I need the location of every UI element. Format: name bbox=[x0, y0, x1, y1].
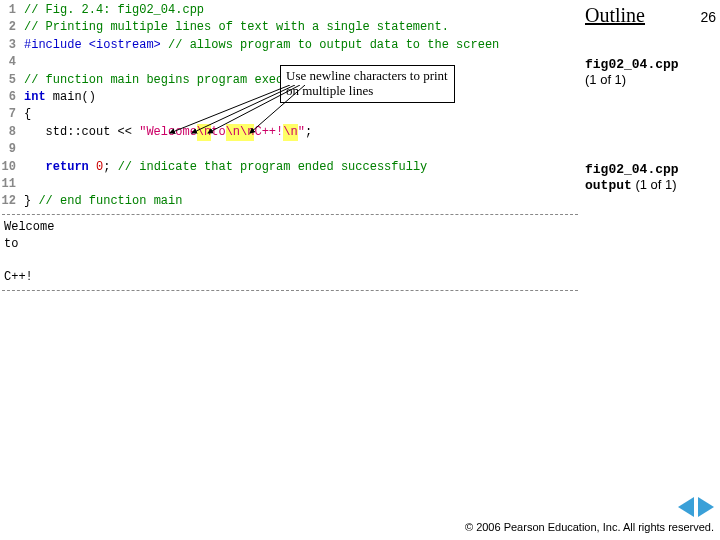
code-text: " bbox=[298, 124, 305, 141]
code-text: { bbox=[24, 106, 31, 123]
outline-header: Outline 26 bbox=[585, 4, 716, 27]
page-number: 26 bbox=[700, 9, 716, 25]
file-caption: fig02_04.cpp (1 of 1) bbox=[585, 57, 716, 87]
line-number: 5 bbox=[0, 72, 24, 89]
line-number: 9 bbox=[0, 141, 24, 158]
code-line: 10 return 0; // indicate that program en… bbox=[0, 159, 580, 176]
line-number: 1 bbox=[0, 2, 24, 19]
file-name: fig02_04.cpp bbox=[585, 57, 716, 72]
code-line: 1 // Fig. 2.4: fig02_04.cpp bbox=[0, 2, 580, 19]
code-text: <iostream> bbox=[89, 37, 161, 54]
line-number: 2 bbox=[0, 19, 24, 36]
code-text: to bbox=[211, 124, 225, 141]
line-number: 8 bbox=[0, 124, 24, 141]
code-line: 12 } // end function main bbox=[0, 193, 580, 210]
code-text: return bbox=[46, 159, 96, 176]
code-text: #include bbox=[24, 37, 89, 54]
output-caption: fig02_04.cpp output (1 of 1) bbox=[585, 161, 716, 193]
line-number: 6 bbox=[0, 89, 24, 106]
next-slide-button[interactable] bbox=[698, 497, 714, 517]
callout-note: Use newline characters to print on multi… bbox=[280, 65, 455, 103]
code-text: // Fig. 2.4: fig02_04.cpp bbox=[24, 2, 204, 19]
line-number: 4 bbox=[0, 54, 24, 71]
prev-slide-button[interactable] bbox=[678, 497, 694, 517]
code-text: int bbox=[24, 89, 53, 106]
file-count: (1 of 1) bbox=[585, 72, 716, 87]
line-number: 7 bbox=[0, 106, 24, 123]
code-text: C++! bbox=[254, 124, 283, 141]
code-text: // Printing multiple lines of text with … bbox=[24, 19, 449, 36]
right-column: Outline 26 fig02_04.cpp (1 of 1) fig02_0… bbox=[585, 0, 720, 207]
code-line: 7 { bbox=[0, 106, 580, 123]
line-number: 12 bbox=[0, 193, 24, 210]
code-line: 3 #include <iostream> // allows program … bbox=[0, 37, 580, 54]
line-number: 11 bbox=[0, 176, 24, 193]
highlight-newline: \n bbox=[283, 124, 297, 141]
code-text: "Welcome bbox=[139, 124, 197, 141]
outline-title: Outline bbox=[585, 4, 645, 27]
highlight-newline: \n\n bbox=[226, 124, 255, 141]
code-listing: 1 // Fig. 2.4: fig02_04.cpp 2 // Printin… bbox=[0, 0, 580, 211]
code-text: // indicate that program ended successfu… bbox=[118, 159, 428, 176]
code-text bbox=[24, 159, 46, 176]
code-text: // allows program to output data to the … bbox=[161, 37, 499, 54]
code-text: std::cout << bbox=[24, 124, 139, 141]
code-text: } bbox=[24, 193, 38, 210]
code-text: // end function main bbox=[38, 193, 182, 210]
line-number: 3 bbox=[0, 37, 24, 54]
code-line: 2 // Printing multiple lines of text wit… bbox=[0, 19, 580, 36]
line-number: 10 bbox=[0, 159, 24, 176]
code-text: // function main begins program executio… bbox=[24, 72, 319, 89]
code-text: ; bbox=[305, 124, 312, 141]
copyright-text: © 2006 Pearson Education, Inc. All right… bbox=[465, 521, 714, 534]
highlight-newline: \n bbox=[197, 124, 211, 141]
nav-buttons bbox=[465, 497, 714, 517]
footer: © 2006 Pearson Education, Inc. All right… bbox=[465, 497, 714, 534]
code-text: ; bbox=[103, 159, 117, 176]
code-line: 8 std::cout << "Welcome\nto\n\nC++!\n"; bbox=[0, 124, 580, 141]
output-count: (1 of 1) bbox=[632, 177, 677, 192]
code-line: 11 bbox=[0, 176, 580, 193]
code-line: 9 bbox=[0, 141, 580, 158]
code-text: 0 bbox=[96, 159, 103, 176]
code-text: main() bbox=[53, 89, 96, 106]
program-output: Welcome to C++! bbox=[2, 214, 578, 291]
